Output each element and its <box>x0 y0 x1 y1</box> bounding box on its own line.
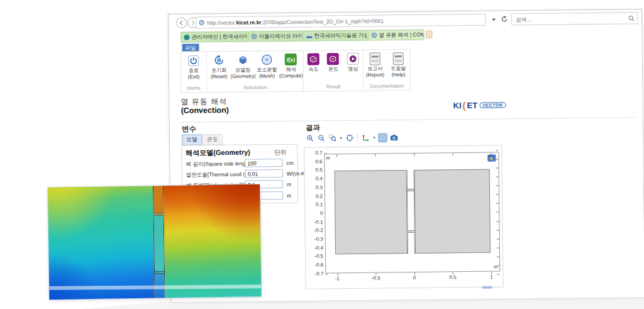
vector-badge: VECTOR <box>479 102 506 108</box>
y-tick-label: 0.4 <box>308 177 323 182</box>
top-edge-ticks <box>325 153 498 155</box>
forward-arrow-icon <box>190 20 196 26</box>
velocity-plot-icon <box>307 52 320 65</box>
help-doc-icon <box>392 52 405 65</box>
temperature-heatmap-overlay <box>48 184 262 300</box>
x-tick-label: 0.5 <box>450 274 457 280</box>
y-tick-label: -0.7 <box>308 271 323 276</box>
y-tick-label: 0 <box>308 211 323 216</box>
wall-divider <box>155 271 164 274</box>
unit-column-header: 단위 <box>274 149 286 157</box>
reset-icon <box>212 53 225 67</box>
geometry-plot-area[interactable]: 0.70.60.50.40.30.20.10-0.1-0.2-0.3-0.4-0… <box>304 145 503 289</box>
axes-orientation-button[interactable] <box>361 133 370 142</box>
comsol-favicon <box>251 34 257 40</box>
ribbon-group-result: 속도 온도 영상 Result <box>304 50 364 91</box>
zoom-in-button[interactable] <box>305 133 314 143</box>
heatmap-right-cavity <box>164 184 262 298</box>
dash-favicon <box>306 36 312 38</box>
y-tick-label: -0.3 <box>308 237 323 242</box>
fine-print-smudge <box>482 286 492 289</box>
tab-admin-main[interactable]: 관리자메인 | 한국세라믹기술... <box>180 31 247 43</box>
param-row-square-side: 벽 길이(Square side length): cm <box>186 159 296 169</box>
thermal-cond-input[interactable] <box>245 169 283 178</box>
address-bar[interactable]: http://vector.kicet.re.kr:2036/app/Conve… <box>196 14 486 29</box>
wall-divider <box>408 189 414 191</box>
wall-divider <box>408 230 414 233</box>
comsol-favicon <box>199 20 204 25</box>
y-tick-label: -0.2 <box>308 228 323 233</box>
y-tick-label: -0.6 <box>308 263 323 268</box>
y-tick-label: -0.1 <box>308 220 323 225</box>
group-caption: Home <box>181 85 206 91</box>
ribbon-group-documentation: 보고서 (Report) 도움말 (Help) Documentation <box>364 50 411 91</box>
back-button[interactable] <box>176 18 187 28</box>
ribbon-toolbar: 종료 (Exit) Home 초기화 (Reset) <box>180 49 411 93</box>
variables-section-title: 변수 <box>182 125 196 134</box>
y-tick-label: 0.2 <box>308 194 323 199</box>
new-tab-button[interactable] <box>426 31 432 38</box>
tab-temperature[interactable]: 온도 <box>203 134 223 145</box>
section-divider <box>181 117 635 123</box>
x-tick-label: 1 <box>490 274 493 280</box>
y-tick-label: 0.3 <box>308 185 323 190</box>
results-section-title: 결과 <box>306 123 320 132</box>
screenshot-stage: http://vector.kicet.re.kr:2036/app/Conve… <box>0 0 644 309</box>
search-icon <box>628 15 635 21</box>
y-axis-labels: 0.70.60.50.40.30.20.10-0.1-0.2-0.3-0.4-0… <box>307 150 323 276</box>
geometry-cube-icon <box>236 53 250 67</box>
x-tick-label: -1 <box>335 276 340 281</box>
url-text: http://vector.kicet.re.kr:2036/app/Conve… <box>207 18 384 26</box>
temperature-plot-icon <box>326 52 340 65</box>
plot-toolbar <box>305 132 399 143</box>
site-favicon <box>184 35 189 40</box>
animation-play-icon <box>346 52 359 65</box>
tab-title: 어플리케이션 라이브러리 | C... <box>258 32 303 40</box>
address-dropdown-caret[interactable] <box>492 19 496 21</box>
axes-caret[interactable] <box>373 137 375 138</box>
wall-divider <box>154 213 164 215</box>
y-axis-unit: m <box>326 155 330 160</box>
y-tick-label: 0.1 <box>308 203 323 208</box>
orange-paren: ( <box>462 100 465 111</box>
refresh-icon[interactable] <box>501 15 508 23</box>
search-box[interactable] <box>511 12 638 25</box>
tab-virtual-engineering[interactable]: 한국세라믹기술원 가상공학센... <box>303 30 367 42</box>
x-tick-label: 0 <box>413 275 416 281</box>
plot-image-toggle-selected[interactable] <box>378 133 387 142</box>
group-caption: Result <box>304 84 363 90</box>
power-icon <box>187 53 200 67</box>
fx-compute-icon: f(x) <box>284 53 297 66</box>
zoom-box-button[interactable] <box>328 133 337 143</box>
report-doc-icon <box>369 52 382 65</box>
snapshot-camera-button[interactable] <box>389 133 399 142</box>
right-edge-ticks <box>496 150 499 275</box>
comsol-logo-button[interactable] <box>487 155 496 162</box>
panel-title: 해석모델(Geometry) <box>186 148 250 158</box>
comsol-favicon <box>371 33 377 38</box>
tab-convection-active[interactable]: 열 유동 해석 | COMSOL Se... × <box>368 30 424 41</box>
search-input[interactable] <box>514 14 628 23</box>
toolbar-separator <box>357 134 358 142</box>
y-tick-label: 0.7 <box>307 150 322 155</box>
y-tick-label: 0.5 <box>308 168 323 173</box>
page-title-en: (Convection) <box>181 106 230 115</box>
x-tick-label: -0.5 <box>372 275 380 281</box>
tab-title: 열 유동 해석 | COMSOL Se... <box>379 31 424 39</box>
tab-model[interactable]: 모델 <box>182 134 202 145</box>
right-square-geometry <box>414 169 491 254</box>
square-side-length-input[interactable] <box>245 159 282 167</box>
tab-title: 관리자메인 | 한국세라믹기술... <box>191 33 247 41</box>
y-tick-label: -0.5 <box>308 254 323 259</box>
tab-application-library[interactable]: 어플리케이션 라이브러리 | C... <box>248 31 303 42</box>
zoom-out-button[interactable] <box>316 133 326 143</box>
zoom-box-caret[interactable] <box>340 137 342 139</box>
ribbon-group-simulation: 초기화 (Reset) 모델링 (Geometry) 요소분할 (Mesh) <box>207 51 304 93</box>
back-arrow-icon <box>179 20 184 26</box>
kicet-vector-logo: KI(ET VECTOR <box>453 99 506 111</box>
y-tick-label: -0.4 <box>308 245 323 250</box>
zoom-extents-button[interactable] <box>345 133 354 142</box>
ribbon-group-home: 종료 (Exit) Home <box>181 52 208 92</box>
mesh-icon <box>260 53 274 66</box>
heatmap-left-cavity <box>48 186 155 300</box>
